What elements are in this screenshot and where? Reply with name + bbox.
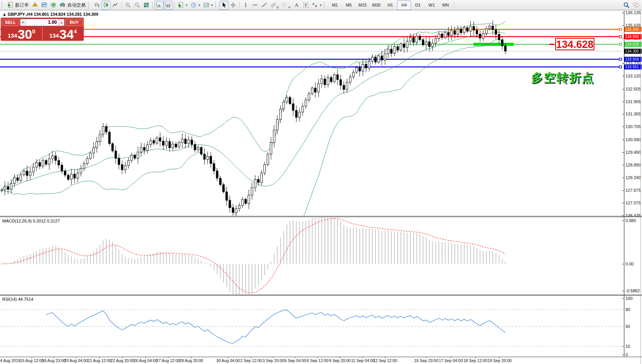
chat-button[interactable] <box>631 1 641 10</box>
line-anchor-marker <box>619 66 622 68</box>
auto-scroll-button[interactable] <box>154 1 164 10</box>
text-annotation: 多空转折点 <box>531 70 594 86</box>
depth-of-market-button[interactable] <box>30 1 40 10</box>
indicators-icon <box>178 2 184 8</box>
macd-label: MACD(12,26,9) 0.2012 0.3127 <box>2 219 60 223</box>
chart-shift-button[interactable] <box>164 1 173 10</box>
tile-windows-button[interactable] <box>142 1 151 10</box>
sell-button[interactable]: SELL <box>2 19 19 26</box>
chevron-down-icon: ▾ <box>199 3 200 7</box>
strategy-tester-button[interactable] <box>49 1 58 10</box>
sell-price[interactable]: 134 30 0 <box>1 26 43 41</box>
toolbar-separator <box>121 2 122 8</box>
buy-button[interactable]: BUY <box>65 19 83 26</box>
new-chart-icon <box>41 2 47 8</box>
price-label-box[interactable]: 134.628 <box>555 38 594 50</box>
timeframe-button-m1[interactable]: M1 <box>328 0 342 10</box>
volume-decrease-button[interactable]: ▼ <box>20 19 26 26</box>
text-tool-icon: A <box>295 2 298 8</box>
pane-splitter-rsi[interactable] <box>0 294 642 296</box>
timeframe-button-d1[interactable]: D1 <box>411 0 425 10</box>
line-chart-mode-button[interactable] <box>111 1 120 10</box>
new-order-icon <box>7 2 13 8</box>
autotrading-icon <box>60 2 66 8</box>
price-box-connector <box>549 44 554 45</box>
equidistant-channel-tool-button[interactable]: E <box>269 1 280 10</box>
horizontal-line-tool-button[interactable] <box>250 1 260 10</box>
radar-icon <box>50 2 56 8</box>
fibonacci-tool-button[interactable]: F <box>280 1 292 10</box>
toolbar-grip[interactable] <box>324 2 327 8</box>
channel-icon <box>270 2 276 8</box>
toolbar-grip[interactable] <box>2 2 5 8</box>
buy-price-base: 134 <box>49 31 59 40</box>
toolbar-separator <box>152 2 153 8</box>
buy-price[interactable]: 134 34 4 <box>43 26 84 41</box>
cursor-tool-button[interactable] <box>219 1 228 10</box>
symbol-name: GBPJPY-,H4 <box>8 12 33 16</box>
timeframe-button-h4[interactable]: H4 <box>397 0 411 10</box>
autotrading-button[interactable]: 自动交易 <box>58 1 87 10</box>
line-anchor-marker <box>619 58 622 61</box>
buy-price-big: 34 <box>59 28 74 40</box>
search-button[interactable] <box>622 1 631 10</box>
fibonacci-icon <box>282 2 288 8</box>
autotrading-label: 自动交易 <box>67 2 86 8</box>
pane-borders <box>0 11 642 364</box>
candlestick-icon <box>103 2 109 8</box>
horizontal-line-icon <box>252 2 258 8</box>
timeframe-button-h1[interactable]: H1 <box>383 0 397 10</box>
candlestick-mode-button[interactable] <box>101 1 111 10</box>
timeframe-button-mn[interactable]: MN <box>438 0 452 10</box>
vertical-line-tool-button[interactable] <box>241 1 250 10</box>
symbol-info: ▲ GBPJPY-,H4 134.801 134.824 134.281 134… <box>2 12 98 16</box>
timeframe-button-m5[interactable]: M5 <box>342 0 356 10</box>
channel-sub-label: E <box>277 6 279 9</box>
bar-chart-mode-button[interactable] <box>92 1 101 10</box>
timeframe-toolbar: M1M5M15M30H1H4D1W1MN <box>328 0 452 10</box>
sell-price-big: 30 <box>18 28 32 40</box>
crosshair-tool-button[interactable] <box>228 1 238 10</box>
zoom-out-button[interactable] <box>132 1 142 10</box>
chart-plot-area[interactable] <box>0 0 642 364</box>
cursor-icon <box>221 2 227 8</box>
mt4-window: 136.135135.535134.920133.720133.120132.5… <box>0 0 642 364</box>
new-chart-button[interactable] <box>40 1 49 10</box>
line-anchor-marker <box>619 36 622 38</box>
trendline-tool-button[interactable] <box>260 1 269 10</box>
rsi-label: RSI(14) 44.7514 <box>2 297 33 301</box>
candles-layer <box>1 21 506 217</box>
periods-button[interactable]: ▾ <box>189 1 202 10</box>
macd-layer <box>2 216 506 300</box>
timeframe-button-w1[interactable]: W1 <box>425 0 438 10</box>
arrows-tool-button[interactable]: ▾ <box>310 1 323 10</box>
new-order-button[interactable]: 新订单 <box>6 1 30 10</box>
timeframe-button-m30[interactable]: M30 <box>369 0 383 10</box>
zoom-in-button[interactable] <box>123 1 132 10</box>
bar-chart-icon <box>94 2 100 8</box>
templates-button[interactable]: ▾ <box>202 1 214 10</box>
volume-input[interactable] <box>26 19 58 26</box>
collapse-arrow-icon[interactable]: ▲ <box>2 12 7 16</box>
one-click-trade-panel: SELL ▼ ▲ BUY 134 30 0 134 34 4 <box>1 18 84 41</box>
text-label-tool-button[interactable]: T <box>301 1 310 10</box>
search-icon <box>623 2 630 8</box>
sell-price-base: 134 <box>8 31 17 40</box>
bollinger-bands-layer <box>2 21 506 245</box>
pane-splitter-macd[interactable] <box>0 216 642 218</box>
line-anchor-marker <box>619 43 622 46</box>
chart-shift-icon <box>165 2 171 8</box>
toolbar-grip[interactable] <box>215 2 218 8</box>
chevron-down-icon: ▾ <box>186 3 187 7</box>
toolbar-grip[interactable] <box>88 2 91 8</box>
thick-trend-segment[interactable] <box>473 43 514 46</box>
text-tool-button[interactable]: A <box>292 1 301 10</box>
chevron-down-icon: ▾ <box>320 3 321 7</box>
tile-windows-icon <box>143 2 149 8</box>
label-tool-icon: T <box>303 2 308 8</box>
indicators-button[interactable]: ▾ <box>176 1 189 10</box>
volume-increase-button[interactable]: ▲ <box>58 19 64 26</box>
sell-price-sup: 0 <box>32 28 35 35</box>
line-chart-icon <box>112 2 118 8</box>
timeframe-button-m15[interactable]: M15 <box>356 0 369 10</box>
